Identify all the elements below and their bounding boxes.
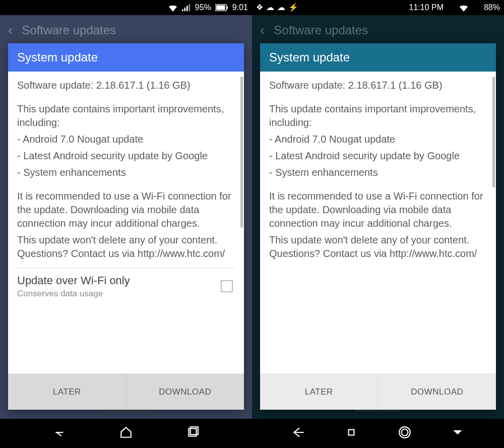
download-button[interactable]: DOWNLOAD <box>126 374 244 410</box>
download-button[interactable]: DOWNLOAD <box>378 374 496 410</box>
notif-icon: ☁ <box>266 4 274 12</box>
dialog-title-bar: System update <box>8 43 244 72</box>
svg-point-10 <box>401 429 408 436</box>
wifi-only-subtitle: Conserves data usage <box>17 288 217 300</box>
later-button[interactable]: LATER <box>260 374 378 410</box>
system-update-dialog: System update Software update: 2.18.617.… <box>260 43 496 410</box>
note-text: This update won't delete any of your con… <box>17 233 235 261</box>
nav-back-icon[interactable] <box>53 426 67 441</box>
battery-level: 88% <box>484 3 500 12</box>
dialog-title: System update <box>269 50 350 65</box>
bullet-1: - Android 7.0 Nougat update <box>17 133 235 146</box>
recommend-text: It is recommended to use a Wi-Fi connect… <box>269 189 487 230</box>
update-intro: This update contains important improveme… <box>269 102 487 130</box>
svg-rect-2 <box>186 6 188 11</box>
recommend-text: It is recommended to use a Wi-Fi connect… <box>17 189 235 230</box>
bullet-3: - System enhancements <box>269 166 487 179</box>
dialog-title: System update <box>17 50 98 65</box>
nav-recent-icon[interactable] <box>186 426 199 441</box>
dialog-body[interactable]: Software update: 2.18.617.1 (1.16 GB) Th… <box>260 72 496 373</box>
scrollbar-thumb[interactable] <box>240 77 243 228</box>
wifi-only-title: Update over Wi-Fi only <box>17 273 217 288</box>
bullet-3: - System enhancements <box>17 166 235 179</box>
svg-rect-6 <box>227 6 228 9</box>
status-bar: 95% 9:01 <box>0 0 252 15</box>
clock: 9:01 <box>232 3 248 12</box>
battery-level: 95% <box>195 3 211 12</box>
notif-icon: ❖ <box>256 4 263 12</box>
note-text: This update won't delete any of your con… <box>269 233 487 261</box>
bullet-2: - Latest Android security update by Goog… <box>269 149 487 163</box>
svg-rect-5 <box>216 5 225 10</box>
update-version: Software update: 2.18.617.1 (1.16 GB) <box>17 79 235 92</box>
dialog-button-row: LATER DOWNLOAD <box>8 373 244 410</box>
svg-rect-0 <box>182 10 183 12</box>
update-intro: This update contains important improveme… <box>17 102 235 130</box>
nav-recent-icon[interactable] <box>398 426 411 441</box>
notif-icon: ☁ <box>277 4 285 12</box>
clock: 11:10 PM <box>409 3 443 12</box>
navigation-bar <box>0 419 252 448</box>
battery-icon <box>215 4 228 11</box>
signal-icon <box>182 4 191 12</box>
bullet-1: - Android 7.0 Nougat update <box>269 133 487 146</box>
wifi-only-checkbox[interactable] <box>221 280 233 292</box>
phone-left: 95% 9:01 ‹ Software updates CHECK NOW Sy… <box>0 0 252 448</box>
svg-rect-1 <box>184 8 185 11</box>
status-bar: ❖ ☁ ☁ ⚡ 11:10 PM 88% <box>252 0 504 15</box>
navigation-bar <box>252 419 504 448</box>
wifi-icon <box>168 4 178 12</box>
wifi-only-option[interactable]: Update over Wi-Fi only Conserves data us… <box>17 268 235 306</box>
svg-rect-3 <box>188 4 190 11</box>
scrollbar-thumb[interactable] <box>492 77 495 187</box>
nav-home-icon[interactable] <box>345 426 358 441</box>
nav-home-icon[interactable] <box>119 426 133 441</box>
svg-rect-9 <box>349 430 354 435</box>
dialog-title-bar: System update <box>260 43 496 72</box>
dialog-button-row: LATER DOWNLOAD <box>260 373 496 410</box>
nav-back-icon[interactable] <box>292 426 305 441</box>
nav-expand-icon[interactable] <box>451 426 464 441</box>
system-update-dialog: System update Software update: 2.18.617.… <box>8 43 244 410</box>
phone-right: ❖ ☁ ☁ ⚡ 11:10 PM 88% ‹ Software updates … <box>252 0 504 448</box>
dialog-body[interactable]: Software update: 2.18.617.1 (1.16 GB) Th… <box>8 72 244 373</box>
update-version: Software update: 2.18.617.1 (1.16 GB) <box>269 79 487 92</box>
later-button[interactable]: LATER <box>8 374 126 410</box>
bullet-2: - Latest Android security update by Goog… <box>17 149 235 163</box>
bolt-icon: ⚡ <box>288 4 298 12</box>
wifi-icon <box>459 4 469 12</box>
